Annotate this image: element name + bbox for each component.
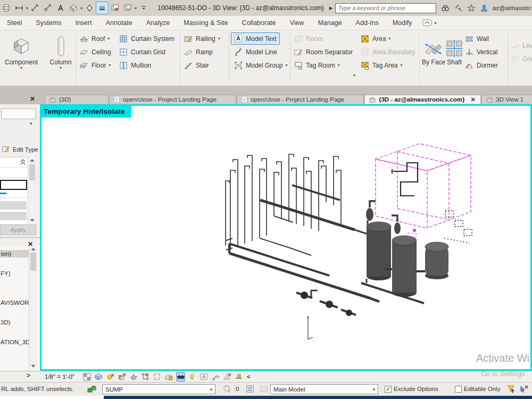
view-tab-landing-1[interactable]: open/close - Project Landing Page — [109, 95, 236, 104]
tag-icon[interactable] — [41, 2, 54, 14]
tab-view[interactable]: View — [283, 16, 311, 30]
analytical-model-icon[interactable] — [223, 372, 232, 381]
browser-item[interactable]: ATION_3D — [1, 339, 30, 345]
temporary-hide-isolate-icon[interactable] — [176, 372, 185, 381]
curtain-grid-button[interactable]: Curtain Grid — [119, 46, 165, 58]
ceiling-button[interactable]: Ceiling — [80, 46, 111, 58]
3d-view-dropdown-icon[interactable]: ▾ — [80, 6, 82, 11]
tab-analyze[interactable]: Analyze — [139, 16, 177, 30]
visual-style-icon[interactable] — [94, 372, 103, 381]
tab-collaborate[interactable]: Collaborate — [235, 16, 283, 30]
design-options-icon[interactable] — [246, 385, 255, 394]
displacement-sets-icon[interactable] — [211, 372, 220, 381]
level-button[interactable]: Level — [511, 40, 532, 52]
edit-type-button[interactable]: Edit Type — [2, 145, 38, 153]
sun-path-icon[interactable] — [106, 372, 115, 381]
model-3d-piping[interactable] — [42, 106, 529, 367]
area-boundary-button[interactable]: Area Boundary — [361, 46, 415, 58]
active-design-option-select[interactable]: Main Model ▾ — [270, 384, 378, 394]
tab-addins[interactable]: Add-Ins — [349, 16, 386, 30]
stair-button[interactable]: Stair — [184, 60, 209, 71]
component-button[interactable]: Component ▾ — [2, 32, 40, 70]
customize-qat-icon[interactable] — [137, 2, 150, 14]
detail-level-icon[interactable] — [82, 372, 92, 381]
curtain-system-button[interactable]: Curtain System — [119, 33, 174, 45]
opening-by-face-button[interactable]: By Face — [422, 32, 445, 66]
reveal-hidden-elements-icon[interactable] — [188, 372, 197, 381]
collapse-all-icon[interactable] — [20, 159, 26, 165]
account-icon[interactable] — [478, 2, 491, 14]
thin-lines-icon[interactable] — [96, 2, 109, 14]
shaft-button[interactable]: Shaft — [445, 32, 464, 66]
view-tab-3d-cloud-active[interactable]: {3D - az@almasstronics.com} ✕ — [364, 95, 481, 104]
area-button[interactable]: Area ▾ — [361, 33, 390, 45]
model-group-button[interactable]: Model Group ▾ — [234, 60, 287, 71]
editable-only-label[interactable]: Editable Only — [464, 386, 500, 392]
tag-area-button[interactable]: Tag Area ▾ — [361, 60, 402, 71]
drawing-area[interactable]: Temporary Hide/Isolate — [40, 104, 532, 371]
close-view-icon[interactable]: ✕ — [30, 95, 35, 103]
dormer-button[interactable]: Dormer — [465, 60, 498, 71]
close-inactive-views-icon[interactable] — [109, 2, 121, 14]
active-workset-select[interactable]: SUMP ▾ — [102, 384, 215, 394]
design-options-pick-icon[interactable] — [260, 385, 269, 394]
communication-center-icon[interactable] — [452, 2, 465, 14]
view-tab-landing-2[interactable]: open/close - Project Landing Page — [237, 95, 364, 104]
temporary-view-properties-icon[interactable] — [200, 372, 209, 381]
control-bar-expand-icon[interactable]: < — [247, 373, 250, 380]
column-button[interactable]: Column ▾ — [45, 32, 77, 70]
crop-view-icon[interactable] — [141, 372, 150, 381]
model-line-button[interactable]: Model Line — [234, 46, 277, 58]
floor-button[interactable]: Floor ▾ — [80, 60, 111, 71]
lock-3d-view-icon[interactable] — [164, 372, 173, 381]
crop-region-icon[interactable] — [153, 372, 162, 381]
scrollbar-thumb[interactable] — [29, 164, 35, 180]
ribbon-collapse-caret-icon[interactable]: ▾ — [435, 21, 437, 26]
roof-button[interactable]: Roof ▾ — [80, 33, 110, 45]
search-icon[interactable] — [439, 2, 452, 14]
ramp-button[interactable]: Ramp — [184, 46, 213, 58]
search-expand-icon[interactable]: ▶ — [329, 5, 333, 11]
properties-scrollbar[interactable] — [28, 157, 36, 223]
switch-windows-dropdown-icon[interactable]: ▾ — [135, 6, 137, 11]
aligned-dimension-icon[interactable] — [13, 2, 26, 14]
properties-grid[interactable] — [0, 157, 28, 224]
browser-item[interactable]: 3D) — [1, 319, 11, 326]
room-area-flyout-icon[interactable]: ▾ — [353, 73, 355, 78]
editable-only-checkbox[interactable] — [455, 386, 462, 393]
close-tab-icon[interactable]: ✕ — [470, 96, 475, 103]
dimension-dropdown-icon[interactable]: ▾ — [26, 6, 28, 11]
ribbon-collapse-button[interactable]: ▾ — [422, 19, 437, 27]
browser-item[interactable]: FY) — [1, 270, 11, 277]
room-button[interactable]: Room — [294, 33, 323, 45]
rendering-dialog-icon[interactable] — [129, 372, 138, 381]
editable-only-filter-icon[interactable] — [222, 385, 231, 394]
model-text-button[interactable]: Model Text — [231, 32, 280, 45]
vertical-opening-button[interactable]: Vertical — [465, 46, 497, 58]
browser-expand-icon[interactable]: > — [27, 372, 30, 379]
grid-button[interactable]: Grid — [511, 53, 532, 65]
wall-opening-button[interactable]: Wall — [465, 33, 489, 45]
help-search-input[interactable] — [335, 3, 436, 13]
shadows-icon[interactable] — [118, 372, 127, 381]
browser-item-selected[interactable]: ion) — [0, 250, 30, 257]
tab-manage[interactable]: Manage — [311, 16, 348, 30]
tab-insert[interactable]: Insert — [68, 16, 98, 30]
exclude-options-checkbox[interactable]: ✓ — [385, 386, 392, 393]
print-icon[interactable] — [0, 2, 13, 14]
tab-annotate[interactable]: Annotate — [99, 16, 139, 30]
view-tab-3d-view-1[interactable]: 3D View 1 — [481, 95, 532, 104]
tag-room-button[interactable]: Tag Room ▾ — [294, 60, 340, 71]
room-separator-button[interactable]: Room Separator — [294, 46, 353, 58]
exclude-options-label[interactable]: Exclude Options — [394, 386, 438, 392]
tab-massing-site[interactable]: Massing & Site — [177, 16, 235, 30]
text-icon[interactable] — [54, 2, 67, 14]
apply-button[interactable]: Apply — [0, 225, 36, 235]
filter-selection-icon[interactable] — [506, 385, 516, 394]
tab-systems[interactable]: Systems — [29, 16, 69, 30]
section-icon[interactable] — [83, 2, 96, 14]
default-3d-view-icon[interactable] — [67, 2, 80, 14]
switch-windows-icon[interactable] — [121, 2, 134, 14]
selected-property-cell[interactable] — [0, 180, 27, 190]
view-tab-3d[interactable]: {3D} — [45, 95, 109, 104]
